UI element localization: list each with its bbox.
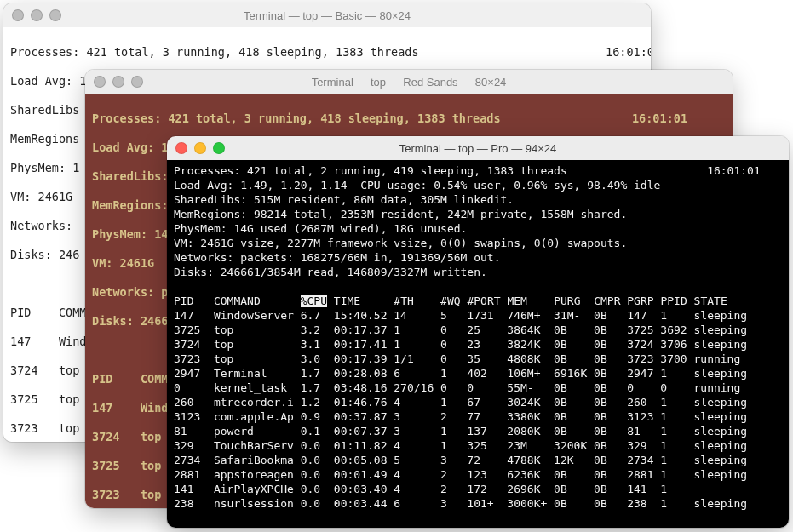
sort-column-indicator: %CPU: [301, 295, 327, 307]
blank-line: [174, 279, 782, 294]
table-row: 147 WindowServer 6.7 15:40.52 14 5 1731 …: [174, 308, 782, 323]
table-row: 3724 top 3.1 00:17.41 1 0 23 3824K 0B 0B…: [174, 337, 782, 352]
traffic-lights-basic: [3, 9, 61, 21]
window-title-pro: Terminal — top — Pro — 94×24: [167, 142, 789, 155]
table-row: 260 mtrecorder.i 1.2 01:46.76 4 1 67 302…: [174, 395, 782, 409]
loadavg-line: Load Avg: 1.49, 1.20, 1.14 CPU usage: 0.…: [174, 178, 782, 192]
close-icon[interactable]: [175, 142, 187, 154]
zoom-icon[interactable]: [213, 142, 225, 154]
proc-summary: Processes: 421 total, 2 running, 419 sle…: [174, 163, 782, 178]
traffic-lights-red-sands: [85, 76, 143, 88]
vm-line: VM: 2461G vsize, 2277M framework vsize, …: [174, 236, 782, 250]
table-row: 0 kernel_task 1.7 03:48.16 270/16 0 0 55…: [174, 380, 782, 395]
traffic-lights-pro: [167, 142, 225, 154]
minimize-icon[interactable]: [112, 76, 124, 88]
close-icon[interactable]: [12, 9, 24, 21]
minimize-icon[interactable]: [194, 142, 206, 154]
minimize-icon[interactable]: [31, 9, 43, 21]
table-row: 141 AirPlayXPCHe 0.0 00:03.40 4 2 172 26…: [174, 482, 782, 496]
table-row: 2734 SafariBookma 0.0 00:05.08 5 3 72 47…: [174, 453, 782, 467]
titlebar-basic[interactable]: Terminal — top — Basic — 80×24: [3, 3, 651, 27]
window-title-red-sands: Terminal — top — Red Sands — 80×24: [85, 76, 733, 89]
zoom-icon[interactable]: [131, 76, 143, 88]
table-row: 3723 top 3.0 00:17.39 1/1 0 35 4808K 0B …: [174, 352, 782, 366]
table-row: 2881 appstoreagen 0.0 00:01.49 4 2 123 6…: [174, 467, 782, 482]
sharedlibs-line: SharedLibs: 515M resident, 86M data, 305…: [174, 192, 782, 207]
disks-line: Disks: 246661/3854M read, 146809/3327M w…: [174, 265, 782, 279]
networks-line: Networks: packets: 168275/66M in, 191369…: [174, 250, 782, 265]
proc-summary: Processes: 421 total, 3 running, 418 sle…: [92, 112, 726, 126]
table-row: 329 TouchBarServ 0.0 01:11.82 4 1 325 23…: [174, 438, 782, 453]
zoom-icon[interactable]: [49, 9, 61, 21]
titlebar-red-sands[interactable]: Terminal — top — Red Sands — 80×24: [85, 70, 733, 94]
window-title-basic: Terminal — top — Basic — 80×24: [3, 9, 651, 22]
processes-line: Processes: 421 total, 3 running, 418 sle…: [10, 45, 419, 59]
terminal-window-pro[interactable]: Terminal — top — Pro — 94×24 Processes: …: [167, 136, 789, 528]
table-row: 3123 com.apple.Ap 0.9 00:37.87 3 2 77 33…: [174, 409, 782, 424]
close-icon[interactable]: [94, 76, 106, 88]
physmem-line: PhysMem: 14G used (2687M wired), 18G unu…: [174, 221, 782, 236]
clock: 16:01:01: [606, 45, 651, 59]
clock: 16:01:01: [632, 112, 687, 125]
terminal-content-pro[interactable]: Processes: 421 total, 2 running, 419 sle…: [167, 160, 789, 528]
table-row: 2947 Terminal 1.7 00:28.08 6 1 402 106M+…: [174, 366, 782, 380]
table-row: 238 nsurlsession 0.0 00:03.44 6 3 101+ 3…: [174, 496, 782, 511]
processes-line: Processes: 421 total, 3 running, 418 sle…: [92, 112, 501, 125]
memregions-line: MemRegions: 98214 total, 2353M resident,…: [174, 207, 782, 221]
proc-summary: Processes: 421 total, 3 running, 418 sle…: [10, 45, 644, 60]
table-row: 81 powerd 0.1 00:07.37 3 1 137 2080K 0B …: [174, 424, 782, 438]
table-header: PID COMMAND %CPU TIME #TH #WQ #PORT MEM …: [174, 294, 782, 308]
table-row: 3725 top 3.2 00:17.37 1 0 25 3864K 0B 0B…: [174, 323, 782, 337]
titlebar-pro[interactable]: Terminal — top — Pro — 94×24: [167, 136, 789, 160]
